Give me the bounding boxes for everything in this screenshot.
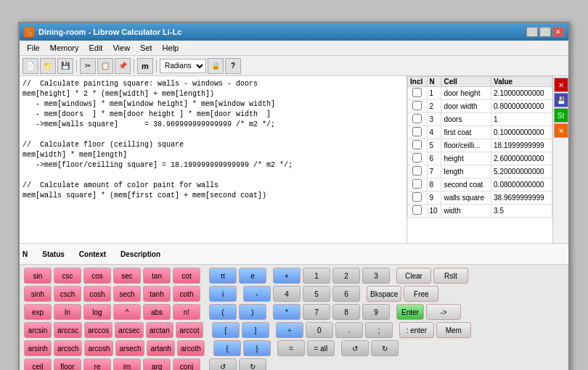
open-button[interactable]: 📁 — [40, 58, 56, 74]
table-row[interactable]: 6 height 2.60000000000 — [408, 152, 552, 165]
table-row[interactable]: 3 doors 1 — [408, 113, 552, 126]
btn-pi[interactable]: π — [209, 268, 237, 284]
btn-eq-all[interactable]: = all — [307, 340, 335, 356]
cell-incl[interactable] — [408, 165, 428, 178]
btn-arcsch[interactable]: arcsch — [54, 340, 82, 356]
menu-view[interactable]: View — [108, 42, 134, 54]
btn-minus[interactable]: - — [243, 286, 271, 302]
btn-7[interactable]: 7 — [303, 304, 330, 320]
btn-arcsec[interactable]: arcsec — [115, 322, 143, 338]
btn-arccos[interactable]: arccos — [84, 322, 113, 338]
table-row[interactable]: 7 length 5.20000000000 — [408, 165, 552, 178]
btn-i[interactable]: i — [209, 286, 237, 302]
btn-mul[interactable]: * — [273, 304, 301, 320]
btn-mem[interactable]: Mem — [436, 322, 471, 338]
cell-incl[interactable] — [408, 192, 428, 205]
btn-free[interactable]: Free — [404, 286, 438, 302]
btn-ln[interactable]: ln — [54, 304, 81, 320]
btn-arsinh[interactable]: arsinh — [24, 340, 52, 356]
table-row[interactable]: 2 door width 0.80000000000 — [408, 100, 552, 113]
btn-cosh[interactable]: cosh — [83, 286, 111, 302]
cell-incl[interactable] — [408, 126, 428, 139]
paste-button[interactable]: 📌 — [115, 58, 131, 74]
btn-arcoth[interactable]: arcoth — [177, 340, 205, 356]
btn-enter[interactable]: Enter — [396, 304, 424, 320]
btn-conj[interactable]: conj — [173, 358, 200, 370]
btn-pow[interactable]: ^ — [113, 304, 141, 320]
btn-3[interactable]: 3 — [362, 268, 390, 284]
btn-tan[interactable]: tan — [143, 268, 171, 284]
cell-incl[interactable] — [408, 100, 428, 113]
btn-paren-close[interactable]: ) — [239, 304, 266, 320]
cell-incl[interactable] — [408, 152, 428, 165]
btn-bkspace[interactable]: Bkspace — [367, 286, 401, 302]
table-row[interactable]: 8 second coat 0.08000000000 — [408, 178, 552, 192]
menu-memory[interactable]: Memory — [46, 42, 83, 54]
cut-button[interactable]: ✂ — [80, 58, 96, 74]
btn-log[interactable]: log — [83, 304, 111, 320]
btn-re[interactable]: re — [83, 358, 111, 370]
new-button[interactable]: 📄 — [23, 58, 38, 74]
table-row[interactable]: 10 width 3.5 — [408, 205, 552, 218]
btn-plus[interactable]: + — [273, 268, 301, 284]
btn-bracket-open[interactable]: [ — [212, 322, 240, 338]
btn-tanh[interactable]: tanh — [143, 286, 171, 302]
btn-nfact[interactable]: n! — [173, 304, 200, 320]
btn-abs[interactable]: abs — [143, 304, 171, 320]
btn-arrow[interactable]: -> — [426, 304, 461, 320]
table-row[interactable]: 1 door height 2.10000000000 — [408, 87, 552, 100]
btn-cot[interactable]: cot — [173, 268, 200, 284]
stop-icon[interactable]: ✕ — [554, 123, 568, 138]
btn-floor[interactable]: floor — [54, 358, 81, 370]
btn-colon-enter[interactable]: : enter — [399, 322, 434, 338]
btn-sec[interactable]: sec — [113, 268, 141, 284]
cell-incl[interactable] — [408, 178, 428, 192]
btn-iter-next[interactable]: ↻ — [239, 358, 266, 370]
save-button[interactable]: 💾 — [57, 58, 73, 74]
btn-arccsc[interactable]: arccsc — [54, 322, 82, 338]
btn-5[interactable]: 5 — [303, 286, 330, 302]
run-icon[interactable]: St — [554, 108, 568, 123]
btn-semicolon[interactable]: ; — [365, 322, 393, 338]
cell-incl[interactable] — [408, 139, 428, 152]
angle-lock[interactable]: 🔒 — [208, 58, 224, 74]
btn-6[interactable]: 6 — [332, 286, 360, 302]
table-row[interactable]: 5 floor/ceilli... 18.1999999999 — [408, 139, 552, 152]
btn-clear[interactable]: Clear — [396, 268, 431, 284]
btn-sin[interactable]: sin — [24, 268, 52, 284]
maximize-button[interactable]: □ — [539, 27, 551, 37]
delete-icon[interactable]: ✕ — [554, 78, 568, 92]
menu-set[interactable]: Set — [136, 42, 157, 54]
btn-cos[interactable]: cos — [83, 268, 111, 284]
btn-sinh[interactable]: sinh — [24, 286, 52, 302]
btn-csc[interactable]: csc — [54, 268, 81, 284]
btn-9[interactable]: 9 — [362, 304, 390, 320]
btn-exp[interactable]: exp — [24, 304, 52, 320]
btn-coth[interactable]: coth — [173, 286, 200, 302]
btn-arcosh[interactable]: arcosh — [84, 340, 113, 356]
btn-1[interactable]: 1 — [303, 268, 330, 284]
minimize-button[interactable]: _ — [526, 27, 538, 37]
table-row[interactable]: 4 first coat 0.10000000000 — [408, 126, 552, 139]
code-editor[interactable]: // Calculate painting square: walls - wi… — [20, 76, 407, 243]
btn-paren-open[interactable]: ( — [209, 304, 237, 320]
btn-arcsin[interactable]: arcsin — [24, 322, 52, 338]
btn-iter-prev[interactable]: ↺ — [209, 358, 237, 370]
save-icon[interactable]: 💾 — [554, 93, 568, 107]
btn-arsech[interactable]: arsech — [115, 340, 144, 356]
btn-arctan[interactable]: arctan — [146, 322, 173, 338]
btn-arg[interactable]: arg — [143, 358, 171, 370]
btn-sech[interactable]: sech — [113, 286, 141, 302]
menu-file[interactable]: File — [23, 42, 44, 54]
mem-button[interactable]: m — [137, 58, 153, 74]
btn-csch[interactable]: csch — [54, 286, 81, 302]
btn-iter-fwd[interactable]: ↻ — [371, 340, 399, 356]
btn-eq[interactable]: = — [277, 340, 305, 356]
table-row[interactable]: 9 walls square 38.9699999999 — [408, 192, 552, 205]
cell-incl[interactable] — [408, 87, 428, 100]
btn-brace-open[interactable]: { — [213, 340, 241, 356]
btn-dot[interactable]: . — [335, 322, 363, 338]
btn-iter-back[interactable]: ↺ — [341, 340, 369, 356]
angle-select[interactable]: Radians Degrees — [160, 59, 206, 73]
copy-button[interactable]: 📋 — [97, 58, 113, 74]
